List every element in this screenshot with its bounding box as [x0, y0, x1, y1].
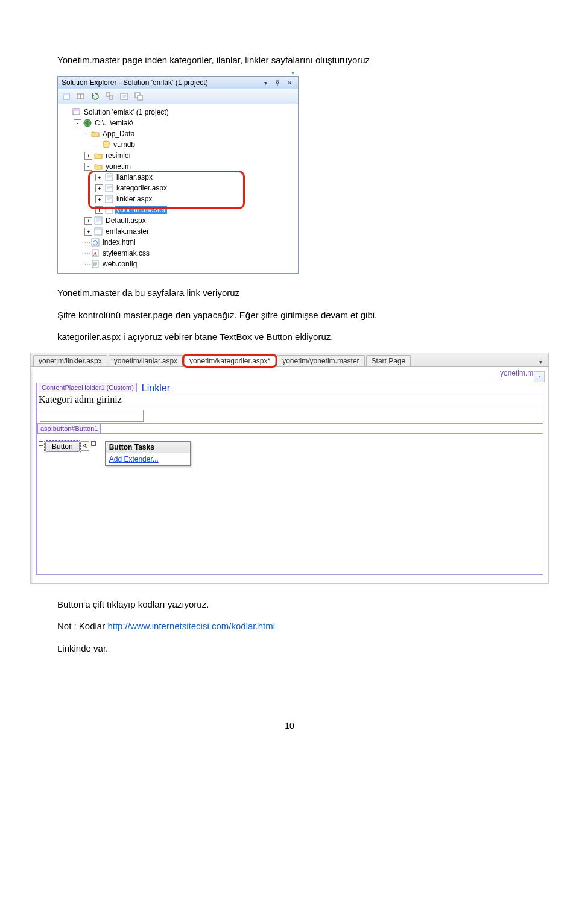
tree-dots: ⋯ [84, 239, 90, 246]
properties-icon[interactable] [61, 91, 72, 102]
folder-icon [93, 162, 103, 171]
tree-item[interactable]: +resimler [59, 150, 297, 161]
refresh-icon[interactable] [90, 91, 101, 102]
field-label: Kategori adını giriniz [39, 394, 540, 405]
close-icon[interactable]: ✕ [285, 78, 294, 87]
button-control[interactable]: Button [45, 441, 80, 452]
aspx-icon [104, 194, 114, 204]
tree-dots: ⋯ [84, 261, 90, 268]
kodlar-link[interactable]: http://www.internetsitecisi.com/kodlar.h… [107, 621, 275, 631]
file-tab[interactable]: yonetim/ilanlar.aspx [109, 355, 183, 366]
smarttag-arrow-icon[interactable]: ∢ [81, 441, 89, 451]
tree-dots: ⋯ [95, 142, 101, 148]
copy-website-icon[interactable] [133, 91, 144, 102]
tree-toggle[interactable]: + [95, 184, 103, 192]
svg-rect-17 [106, 206, 113, 208]
view-code-icon[interactable] [119, 91, 130, 102]
paragraph: Linkinde var. [57, 643, 522, 655]
scroll-right-icon[interactable]: › [534, 371, 545, 382]
svg-rect-8 [138, 95, 142, 100]
paragraph: kategoriler.aspx i açıyoruz vebirer btan… [57, 331, 522, 343]
html-icon [90, 237, 100, 247]
file-tab[interactable]: yonetim/yonetim.master [277, 355, 364, 366]
file-tab[interactable]: yonetim/linkler.aspx [33, 355, 107, 366]
tree-item[interactable]: ⋯App_Data [59, 128, 297, 139]
tree-item-label: styleemlak.css [101, 249, 151, 257]
file-tab[interactable]: Start Page [366, 355, 411, 366]
paragraph: Yonetim.master page inden kategoriler, i… [57, 54, 522, 66]
svg-text:A: A [93, 251, 97, 257]
tree-item-label: index.html [101, 238, 137, 247]
css-icon: A [90, 248, 100, 258]
tree-item[interactable]: Solution 'emlak' (1 project) [59, 107, 297, 118]
tree-item-label: kategoriler.aspx [115, 184, 168, 192]
tree-item[interactable]: +kategoriler.aspx [59, 183, 297, 193]
content-placeholder-tag[interactable]: ContentPlaceHolder1 (Custom) [39, 383, 137, 392]
design-canvas[interactable]: ContentPlaceHolder1 (Custom) Linkler Kat… [31, 379, 548, 583]
tree-item-label: resimler [104, 151, 133, 160]
designer-panel: yonetim/linkler.aspxyonetim/ilanlar.aspx… [30, 353, 549, 584]
smarttag-add-extender[interactable]: Add Extender... [106, 453, 190, 465]
tree-item-label: App_Data [101, 130, 136, 138]
tree-item[interactable]: ⋯vt.mdb [59, 139, 297, 150]
highlight-ring [182, 354, 277, 368]
tree-toggle[interactable]: + [84, 152, 92, 160]
resize-handle[interactable] [39, 441, 43, 446]
file-tab[interactable]: yonetim/kategoriler.aspx* [184, 355, 276, 366]
tree-item[interactable]: -yonetim [59, 161, 297, 172]
tree-item-label: Default.aspx [104, 216, 147, 225]
tree-item[interactable]: +ilanlar.aspx [59, 172, 297, 183]
master-icon [93, 227, 103, 236]
control-id-tag[interactable]: asp:button#Button1 [37, 424, 101, 433]
tree-item-label: C:\...\emlak\ [93, 119, 134, 127]
tree-item-label: web.config [101, 260, 138, 268]
solution-tree[interactable]: Solution 'emlak' (1 project)-C:\...\emla… [58, 104, 298, 273]
tree-item-label: yonetim [104, 162, 132, 171]
aspx-icon [104, 172, 114, 182]
master-icon [104, 205, 114, 215]
linkler-link[interactable]: Linkler [142, 383, 170, 394]
paragraph: Not : Kodlar http://www.internetsitecisi… [57, 620, 522, 632]
window-menu-icon[interactable]: ▾ [261, 78, 270, 87]
file-tabbar: yonetim/linkler.aspxyonetim/ilanlar.aspx… [31, 353, 548, 367]
tree-item[interactable]: +Default.aspx [59, 215, 297, 226]
tree-item[interactable]: +yonetim.master [59, 204, 297, 215]
tree-toggle[interactable]: + [84, 217, 92, 225]
tree-dots: ⋯ [84, 131, 90, 137]
folder-icon [93, 151, 103, 160]
paragraph: Button'a çift tıklayıp kodları yazıyoruz… [57, 599, 522, 611]
tree-item[interactable]: ⋯Astyleemlak.css [59, 248, 297, 259]
nest-icon[interactable] [104, 91, 115, 102]
svg-rect-1 [63, 93, 69, 95]
svg-rect-10 [73, 109, 80, 111]
tree-toggle[interactable]: + [95, 206, 103, 214]
tree-toggle[interactable]: - [74, 119, 81, 127]
svg-rect-3 [81, 94, 84, 99]
panel-titlebar: Solution Explorer - Solution 'emlak' (1 … [58, 77, 298, 89]
tree-item[interactable]: +linkler.aspx [59, 193, 297, 204]
tree-item[interactable]: ⋯web.config [59, 259, 297, 269]
svg-rect-13 [106, 174, 113, 181]
dropdown-indicator-icon: ▾ [291, 69, 294, 76]
tree-item[interactable]: +emlak.master [59, 226, 297, 237]
textbox-control[interactable] [40, 410, 144, 422]
smarttag-title: Button Tasks [106, 442, 190, 453]
tree-toggle[interactable]: + [84, 228, 92, 236]
tab-overflow-icon[interactable]: ▾ [536, 359, 546, 366]
resize-handle[interactable] [91, 441, 96, 446]
aspx-icon [93, 216, 103, 225]
smarttag-panel: Button Tasks Add Extender... [105, 441, 191, 466]
config-icon [90, 259, 100, 269]
pin-icon[interactable] [273, 78, 282, 87]
tree-item[interactable]: -C:\...\emlak\ [59, 118, 297, 128]
show-all-icon[interactable] [75, 91, 86, 102]
panel-title: Solution Explorer - Solution 'emlak' (1 … [62, 78, 258, 87]
tree-toggle[interactable]: - [84, 163, 92, 171]
tree-item[interactable]: ⋯index.html [59, 237, 297, 248]
solution-icon [72, 107, 81, 117]
tree-toggle[interactable]: + [95, 174, 103, 181]
paragraph: Yonetim.master da bu sayfalara link veri… [57, 287, 522, 299]
tree-toggle[interactable]: + [95, 195, 103, 203]
page-number: 10 [57, 721, 522, 731]
globe-icon [83, 118, 92, 128]
